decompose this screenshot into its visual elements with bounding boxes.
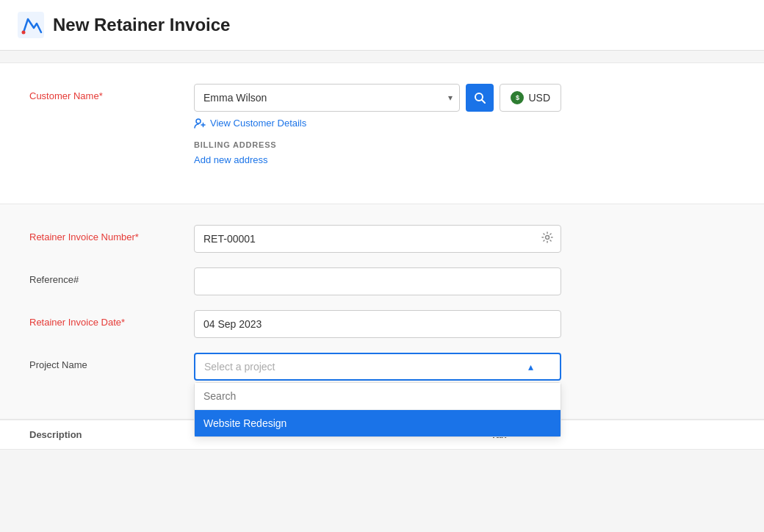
reference-row: Reference# — [29, 267, 735, 295]
billing-address-label: BILLING ADDRESS — [194, 140, 561, 149]
svg-point-5 — [546, 236, 549, 240]
reference-control — [194, 267, 561, 295]
project-name-row: Project Name Select a project ▴ Website … — [29, 353, 735, 381]
customer-search-button[interactable] — [466, 84, 494, 112]
invoice-date-label: Retainer Invoice Date* — [29, 310, 176, 329]
customer-input-row: Emma Wilson ▾ $ USD — [194, 84, 561, 112]
customer-name-select[interactable]: Emma Wilson — [194, 84, 460, 112]
reference-label: Reference# — [29, 267, 176, 287]
view-customer-label: View Customer Details — [210, 118, 306, 129]
customer-select-wrap: Emma Wilson ▾ — [194, 84, 460, 112]
svg-line-3 — [482, 100, 485, 103]
svg-point-4 — [196, 119, 201, 123]
project-search-input[interactable] — [195, 383, 561, 410]
project-dropdown-item[interactable]: Website Redesign — [195, 410, 561, 436]
table-col-extra — [617, 420, 735, 449]
invoice-date-row: Retainer Invoice Date* — [29, 310, 735, 338]
invoice-date-input[interactable] — [194, 310, 561, 338]
customer-section: Customer Name* Emma Wilson ▾ $ — [0, 62, 764, 204]
search-icon — [474, 92, 486, 104]
app-logo-icon — [18, 12, 44, 38]
person-icon — [194, 118, 206, 129]
gear-icon — [541, 231, 554, 244]
reference-input[interactable] — [194, 267, 561, 295]
currency-circle-icon: $ — [511, 91, 524, 104]
invoice-details-section: Retainer Invoice Number* Reference# Reta… — [0, 204, 764, 420]
billing-address-section: BILLING ADDRESS Add new address — [194, 140, 561, 165]
currency-button[interactable]: $ USD — [500, 84, 561, 112]
invoice-number-control — [194, 225, 561, 253]
project-chevron-up-icon: ▴ — [528, 361, 533, 373]
project-dropdown-panel: Website Redesign — [194, 382, 561, 437]
invoice-date-control — [194, 310, 561, 338]
project-dropdown-wrap: Select a project ▴ Website Redesign — [194, 353, 561, 381]
invoice-number-wrap — [194, 225, 561, 253]
invoice-number-settings-button[interactable] — [541, 231, 554, 247]
customer-control-wrap: Emma Wilson ▾ $ USD — [194, 84, 561, 165]
page-title: New Retainer Invoice — [53, 15, 230, 35]
project-select-placeholder: Select a project — [204, 361, 275, 373]
svg-point-1 — [22, 31, 26, 35]
invoice-number-label: Retainer Invoice Number* — [29, 225, 176, 244]
project-name-label: Project Name — [29, 353, 176, 372]
add-new-address-link[interactable]: Add new address — [194, 154, 267, 165]
currency-label: USD — [528, 92, 550, 104]
project-select-button[interactable]: Select a project ▴ — [194, 353, 561, 381]
view-customer-details-link[interactable]: View Customer Details — [194, 118, 561, 129]
customer-name-label: Customer Name* — [29, 84, 176, 103]
invoice-number-row: Retainer Invoice Number* — [29, 225, 735, 253]
invoice-number-input[interactable] — [194, 225, 561, 253]
customer-name-row: Customer Name* Emma Wilson ▾ $ — [29, 84, 735, 165]
page-header: New Retainer Invoice — [0, 0, 764, 51]
